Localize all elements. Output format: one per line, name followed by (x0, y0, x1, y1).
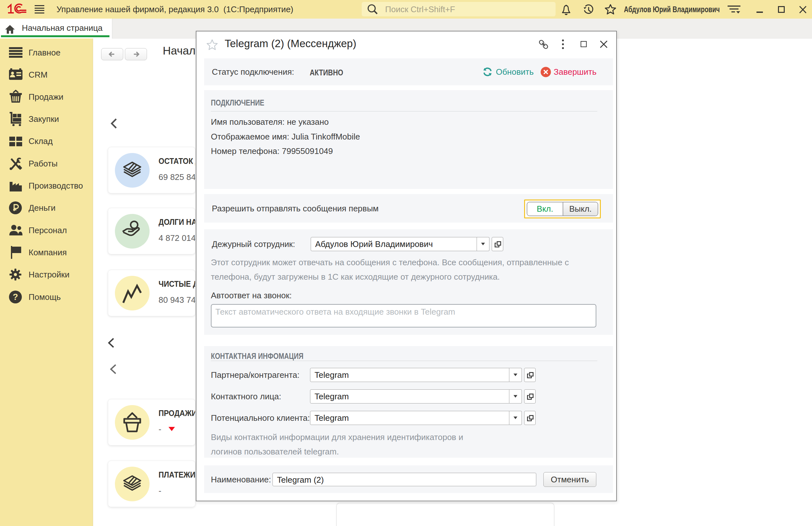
svg-text:?: ? (13, 292, 18, 302)
